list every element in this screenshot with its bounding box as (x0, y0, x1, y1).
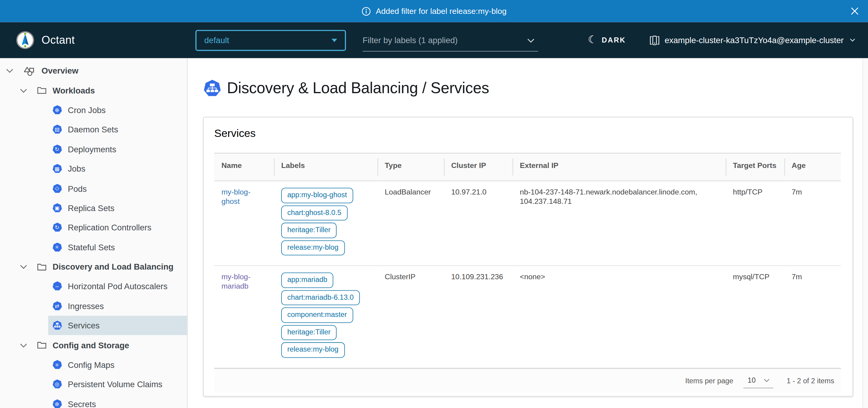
sidebar-item-config-maps[interactable]: ≡ Config Maps (48, 355, 187, 375)
sidebar-item-persistent-volume-claims[interactable]: ◎ Persistent Volume Claims (48, 375, 187, 394)
pods-icon: ◇ (53, 184, 62, 193)
cell-labels: app:mariadb chart:mariadb-6.13.0 compone… (274, 266, 377, 368)
sidebar-item-daemon-sets[interactable]: ▤ Daemon Sets (48, 120, 187, 139)
stateful-sets-icon: ≡ (53, 242, 62, 252)
dark-theme-toggle[interactable]: ☾ DARK (588, 35, 626, 46)
folder-icon (37, 87, 46, 94)
sidebar-item-jobs[interactable]: ▦ Jobs (48, 159, 187, 178)
scrollbar[interactable] (863, 58, 868, 408)
dark-theme-label: DARK (602, 36, 626, 44)
chevron-down-icon (764, 378, 770, 383)
label-pill[interactable]: release:my-blog (281, 342, 344, 358)
page-title: Discovery & Load Balancing / Services (227, 79, 489, 97)
cell-age: 7m (784, 266, 841, 368)
label-pill[interactable]: app:mariadb (281, 272, 333, 288)
label-filter-text: Filter by labels (1 applied) (363, 35, 458, 45)
deployments-icon: ↻ (53, 144, 62, 154)
octant-logo-icon (16, 31, 34, 50)
label-pill[interactable]: app:my-blog-ghost (281, 188, 353, 203)
table-footer: Items per page 10 1 - 2 of 2 items (214, 368, 841, 392)
sidebar-item-horizontal-pod-autoscalers[interactable]: ⇔ Horizontal Pod Autoscalers (48, 276, 187, 296)
card-title: Services (214, 127, 842, 140)
sidebar-item-ingresses[interactable]: ⇄ Ingresses (48, 296, 187, 316)
services-table: Name Labels Type Cluster IP External IP … (214, 153, 841, 368)
sidebar-item-label: Replica Sets (68, 203, 115, 212)
sidebar-item-cron-jobs[interactable]: ⊕ Cron Jobs (48, 100, 187, 120)
label-pill[interactable]: heritage:Tiller (281, 325, 337, 340)
label-pill[interactable]: chart:mariadb-6.13.0 (281, 290, 360, 305)
sidebar-group-label: Workloads (53, 86, 95, 95)
sidebar-item-overview[interactable]: Overview (0, 61, 187, 81)
cell-type: ClusterIP (378, 266, 444, 368)
sidebar-item-replication-controllers[interactable]: ↻ Replication Controllers (48, 218, 187, 237)
horizontal-pod-autoscalers-icon: ⇔ (53, 282, 62, 291)
config-maps-icon: ≡ (53, 360, 62, 370)
ingresses-icon: ⇄ (53, 301, 62, 311)
cell-target-ports: http/TCP (726, 181, 784, 266)
app-header: Octant default Filter by labels (1 appli… (0, 22, 868, 58)
items-per-page-label: Items per page (685, 376, 733, 385)
sidebar-item-services[interactable]: Services (48, 316, 187, 335)
sidebar-group-config-and-storage[interactable]: Config and Storage (0, 335, 187, 355)
cell-labels: app:my-blog-ghost chart:ghost-8.0.5 heri… (274, 181, 377, 266)
cell-cluster-ip: 10.109.231.236 (444, 266, 513, 368)
sidebar-item-label: Cron Jobs (68, 105, 106, 115)
sidebar-item-label: Config Maps (68, 360, 115, 370)
column-header-labels[interactable]: Labels (274, 153, 377, 181)
sidebar-item-pods[interactable]: ◇ Pods (48, 178, 187, 198)
sidebar-item-deployments[interactable]: ↻ Deployments (48, 139, 187, 159)
label-pill[interactable]: heritage:Tiller (281, 223, 337, 238)
sidebar-item-replica-sets[interactable]: ▣ Replica Sets (48, 198, 187, 218)
sidebar-item-label: Replication Controllers (68, 223, 151, 232)
namespace-select[interactable]: default (195, 30, 346, 51)
chevron-down-icon[interactable] (19, 262, 28, 271)
sidebar-item-stateful-sets[interactable]: ≡ Stateful Sets (48, 237, 187, 257)
chevron-down-icon[interactable] (5, 66, 14, 76)
secrets-icon: ⊛ (53, 399, 62, 408)
close-icon[interactable] (850, 7, 859, 16)
cell-external-ip: <none> (513, 266, 726, 368)
sidebar-item-secrets[interactable]: ⊛ Secrets (48, 394, 187, 408)
brand: Octant (16, 31, 195, 50)
sidebar-group-discovery-and-load-balancing[interactable]: Discovery and Load Balancing (0, 257, 187, 276)
label-filter-dropdown[interactable]: Filter by labels (1 applied) (363, 29, 538, 52)
service-link[interactable]: my-blog-mariadb (221, 272, 250, 290)
column-header-cluster-ip[interactable]: Cluster IP (444, 153, 513, 181)
label-pill[interactable]: chart:ghost-8.0.5 (281, 205, 347, 221)
moon-icon: ☾ (588, 34, 597, 45)
column-header-type[interactable]: Type (378, 153, 444, 181)
label-pill[interactable]: release:my-blog (281, 240, 344, 255)
replica-sets-icon: ▣ (53, 203, 62, 212)
notification-bar: Added filter for label release:my-blog (0, 0, 868, 22)
column-header-external-ip[interactable]: External IP (513, 153, 726, 181)
chevron-down-icon[interactable] (19, 86, 28, 95)
persistent-volume-claims-icon: ◎ (53, 380, 62, 389)
cluster-selector[interactable]: example-cluster-ka3TuTzYo4a@example-clus… (649, 35, 855, 45)
overview-icon (23, 66, 35, 76)
cell-target-ports: mysql/TCP (726, 266, 784, 368)
column-header-name[interactable]: Name (214, 153, 274, 181)
cluster-name: example-cluster-ka3TuTzYo4a@example-clus… (664, 36, 844, 45)
items-per-page-select[interactable]: 10 (743, 376, 773, 388)
table-row: my-blog-ghost app:my-blog-ghost chart:gh… (214, 181, 841, 266)
table-row: my-blog-mariadb app:mariadb chart:mariad… (214, 266, 841, 368)
sidebar-item-label: Horizontal Pod Autoscalers (68, 282, 167, 291)
info-circle-icon (361, 6, 371, 16)
service-link[interactable]: my-blog-ghost (221, 188, 250, 205)
cell-type: LoadBalancer (378, 181, 444, 266)
sidebar-item-label: Stateful Sets (68, 242, 115, 252)
services-card: Services Name Labels Type Cluster IP Ext… (203, 117, 853, 397)
caret-down-icon (332, 38, 337, 42)
cell-age: 7m (784, 181, 841, 266)
octant-app-window: Added filter for label release:my-blog O… (0, 0, 868, 408)
label-pill[interactable]: component:master (281, 307, 353, 323)
folder-icon (37, 341, 46, 349)
cell-cluster-ip: 10.97.21.0 (444, 181, 513, 266)
sidebar-group-workloads[interactable]: Workloads (0, 81, 187, 100)
column-header-target-ports[interactable]: Target Ports (726, 153, 784, 181)
chevron-down-icon[interactable] (19, 341, 28, 350)
column-header-age[interactable]: Age (784, 153, 841, 181)
chevron-down-icon (527, 35, 535, 45)
sidebar-item-label: Daemon Sets (68, 125, 118, 134)
app-title: Octant (41, 34, 75, 47)
